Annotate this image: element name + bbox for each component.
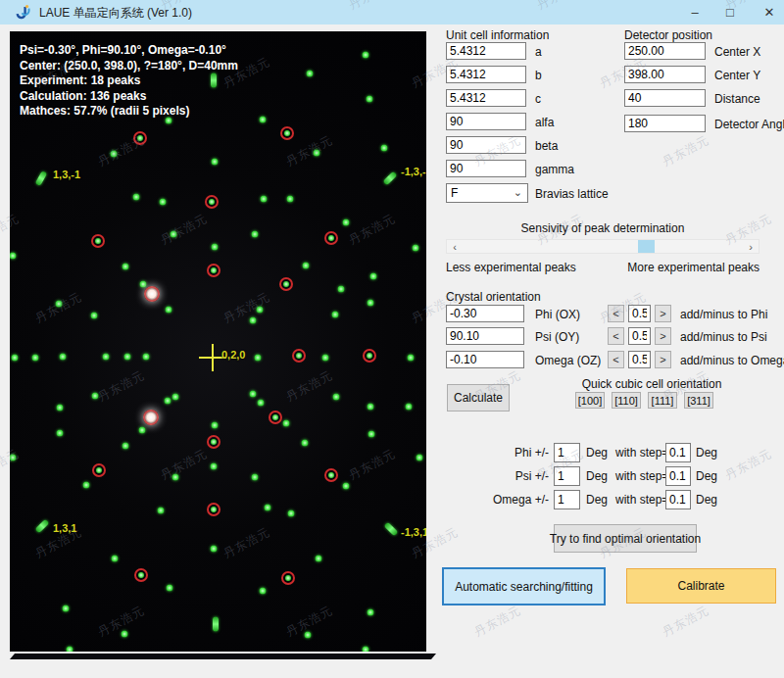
scroll-thumb[interactable] (638, 240, 655, 253)
label-detector-angle: Detector Angle (714, 118, 784, 131)
image-shadow (10, 654, 436, 659)
input-phi[interactable] (446, 305, 524, 322)
diffraction-peak (381, 145, 388, 152)
crystal-orientation-title: Crystal orientation (446, 290, 541, 304)
diffraction-peak (363, 647, 369, 653)
phi-plus-button[interactable]: > (655, 305, 671, 322)
input-b[interactable] (446, 66, 526, 83)
scroll-right-arrow[interactable]: › (743, 240, 759, 253)
diffraction-peak (158, 508, 165, 514)
diffraction-peak (167, 585, 173, 592)
diffraction-peak (338, 286, 345, 293)
label-center-x: Center X (714, 45, 760, 59)
psi-step-input[interactable] (628, 327, 651, 345)
diffraction-peak (134, 568, 148, 582)
maximize-button[interactable]: □ (713, 0, 747, 24)
diffraction-peak (165, 398, 172, 405)
diffraction-peak (172, 474, 179, 481)
sensitivity-title: Sensivity of peak determination (446, 221, 760, 235)
diffraction-peak (63, 605, 70, 612)
diffraction-peak (143, 354, 150, 361)
search-omega-step-label: with step= (615, 493, 668, 507)
quick-100-button[interactable]: [100] (575, 392, 605, 409)
input-c[interactable] (446, 89, 526, 107)
calibrate-button[interactable]: Calibrate (626, 568, 776, 604)
diffraction-peak (143, 410, 159, 425)
input-a[interactable] (446, 42, 526, 60)
input-alfa[interactable] (446, 113, 526, 130)
search-omega-deg: Deg (586, 493, 608, 507)
search-psi-range-input[interactable] (554, 466, 580, 486)
label-phi-ox: Phi (OX) (535, 308, 580, 321)
input-beta[interactable] (446, 136, 526, 154)
psi-hint: add/minus to Psi (680, 330, 767, 344)
diffraction-peak (212, 244, 219, 251)
search-psi-step-label: with step= (615, 469, 668, 483)
find-optimal-button[interactable]: Try to find optimal orientation (554, 524, 697, 553)
diffraction-peak (212, 159, 219, 166)
minimize-button[interactable]: – (678, 0, 711, 24)
diffraction-peak (314, 150, 320, 157)
input-distance[interactable] (624, 89, 706, 107)
auto-search-button[interactable]: Automatic searching/fitting (442, 567, 606, 605)
label-c: c (535, 92, 541, 106)
diffraction-peak (112, 556, 119, 562)
psi-minus-button[interactable]: < (608, 327, 624, 345)
app-icon (14, 3, 33, 22)
quick-110-button[interactable]: [110] (612, 392, 641, 409)
search-omega-deg2: Deg (696, 493, 717, 507)
diffraction-peak (32, 355, 39, 362)
psi-plus-button[interactable]: > (655, 327, 671, 345)
input-gamma[interactable] (446, 160, 526, 177)
search-omega-step-input[interactable] (665, 490, 691, 509)
diffraction-peak (363, 349, 376, 363)
phi-step-input[interactable] (628, 305, 651, 322)
diffraction-peak (35, 519, 50, 534)
watermark-text: 丹东浩元 (722, 446, 775, 484)
search-phi-step-label: with step= (615, 446, 668, 460)
close-button[interactable]: ✕ (753, 0, 784, 24)
input-center-x[interactable] (624, 42, 706, 60)
diffraction-peak (333, 394, 340, 401)
unit-cell-title: Unit cell information (446, 28, 549, 42)
calculate-button[interactable]: Calculate (447, 384, 510, 412)
input-omega[interactable] (446, 351, 524, 368)
scroll-left-arrow[interactable]: ‹ (447, 240, 463, 253)
diffraction-peak (133, 131, 147, 145)
hkl-label-020: 0,2,0 (221, 349, 245, 361)
diffraction-peak (12, 355, 19, 362)
label-beta: beta (535, 139, 558, 153)
diffraction-peak (172, 394, 179, 401)
label-b: b (535, 69, 542, 82)
bravais-lattice-select[interactable]: F ⌄ (446, 183, 528, 203)
diffraction-peak (343, 219, 350, 226)
diffraction-peak (122, 631, 128, 638)
diffraction-peak (60, 354, 67, 361)
quick-111-button[interactable]: [111] (648, 392, 677, 409)
diffraction-image-canvas[interactable]: Psi=-0.30°, Phi=90.10°, Omega=-0.10° Cen… (10, 31, 426, 652)
phi-minus-button[interactable]: < (608, 305, 624, 322)
search-phi-range-input[interactable] (554, 443, 580, 462)
label-distance: Distance (714, 92, 760, 106)
diffraction-peak (287, 196, 294, 203)
search-psi-step-input[interactable] (665, 466, 691, 486)
hkl-label: -1,3,-1 (401, 166, 426, 177)
input-detector-angle[interactable] (624, 115, 706, 132)
search-omega-range-input[interactable] (554, 490, 580, 509)
input-center-y[interactable] (624, 66, 706, 83)
omega-plus-button[interactable]: > (655, 351, 671, 368)
diffraction-peak (322, 355, 329, 362)
diffraction-peak (413, 245, 419, 252)
diffraction-peak (91, 313, 98, 319)
input-psi[interactable] (446, 327, 524, 345)
omega-minus-button[interactable]: < (608, 351, 624, 368)
diffraction-peak (261, 196, 268, 203)
diffraction-peak (416, 455, 423, 461)
sensitivity-scrollbar[interactable]: ‹ › (446, 239, 760, 254)
diffraction-peak (260, 117, 267, 123)
quick-311-button[interactable]: [311] (684, 392, 713, 409)
diffraction-peak (139, 427, 146, 434)
diffraction-peak (144, 286, 160, 302)
omega-step-input[interactable] (628, 351, 651, 368)
search-phi-step-input[interactable] (665, 443, 691, 462)
